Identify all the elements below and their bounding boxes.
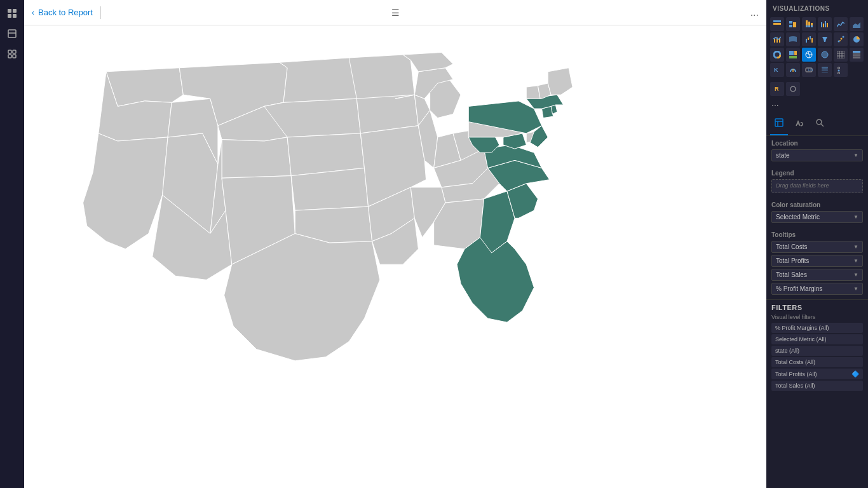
svg-rect-10 (773, 23, 781, 25)
svg-rect-9 (13, 55, 16, 58)
tooltip-profits-value: Total Profits (776, 257, 809, 264)
svg-rect-52 (853, 51, 860, 53)
map-icon[interactable] (802, 48, 816, 62)
svg-rect-33 (811, 38, 813, 43)
svg-rect-53 (853, 53, 860, 55)
svg-rect-19 (808, 25, 810, 27)
svg-rect-17 (806, 25, 808, 27)
map-container[interactable] (24, 25, 766, 488)
legend-drag-area[interactable]: Drag data fields here (771, 179, 863, 193)
color-sat-value: Selected Metric (776, 214, 820, 220)
location-label: Location (771, 140, 863, 147)
tooltip-costs-value: Total Costs (776, 243, 807, 250)
svg-rect-4 (8, 30, 16, 37)
visualizations-title: VISUALIZATIONS (766, 0, 868, 15)
color-saturation-dropdown[interactable]: Selected Metric ▼ (771, 211, 863, 223)
ribbon-icon[interactable] (786, 32, 800, 46)
svg-rect-32 (810, 36, 811, 39)
tooltip-total-sales[interactable]: Total Sales ▼ (771, 269, 863, 281)
tooltip-margins-value: % Profit Margins (776, 285, 822, 292)
analytics-tab[interactable] (811, 114, 829, 135)
svg-rect-6 (8, 50, 11, 53)
filter-total-sales[interactable]: Total Sales (All) (771, 381, 863, 391)
more-visualizations[interactable]: ··· (766, 98, 868, 114)
svg-rect-2 (8, 14, 11, 18)
card-icon[interactable]: 123 (802, 63, 816, 77)
pages-nav-icon[interactable] (4, 25, 20, 42)
svg-rect-31 (808, 37, 809, 40)
slicer-icon[interactable] (834, 63, 848, 77)
python-icon[interactable] (786, 82, 800, 96)
stacked-bar-icon[interactable] (770, 17, 784, 31)
tooltip-sales-value: Total Sales (776, 271, 807, 278)
svg-rect-27 (774, 39, 775, 43)
area-chart-icon[interactable] (850, 17, 864, 31)
svg-rect-13 (793, 22, 796, 25)
tooltip-total-profits[interactable]: Total Profits ▼ (771, 255, 863, 267)
format-tab[interactable] (790, 114, 808, 135)
funnel-icon[interactable] (818, 32, 832, 46)
table-icon[interactable] (834, 48, 848, 62)
stacked-col-icon[interactable] (802, 17, 816, 31)
svg-rect-61 (822, 69, 828, 71)
svg-rect-12 (789, 21, 792, 24)
main-content: ‹ Back to Report ☰ ... (24, 0, 766, 488)
multi-row-card-icon[interactable] (818, 63, 832, 77)
svg-rect-20 (811, 23, 813, 25)
filter-state[interactable]: state (All) (771, 346, 863, 356)
components-nav-icon[interactable] (4, 46, 20, 62)
right-panel: VISUALIZATIONS (766, 0, 868, 488)
svg-rect-11 (773, 20, 781, 22)
fields-tab[interactable] (770, 114, 788, 135)
filter-profits-icon: 🔷 (851, 370, 859, 377)
color-sat-caret: ▼ (853, 214, 858, 220)
svg-point-67 (790, 86, 796, 92)
filled-map-icon[interactable] (818, 48, 832, 62)
svg-rect-1 (13, 9, 17, 13)
pie-icon[interactable] (850, 32, 864, 46)
filter-profit-margins[interactable]: % Profit Margins (All) (771, 323, 863, 333)
clustered-bar-icon[interactable] (786, 17, 800, 31)
tooltip-profit-margins[interactable]: % Profit Margins ▼ (771, 283, 863, 295)
svg-text:K: K (774, 67, 778, 73)
svg-rect-54 (853, 55, 860, 57)
svg-rect-23 (823, 24, 824, 27)
panel-tabs (766, 114, 868, 136)
back-report-label: Back to Report (38, 8, 93, 17)
svg-rect-24 (825, 21, 826, 27)
line-chart-icon[interactable] (834, 17, 848, 31)
grid-nav-icon[interactable] (4, 5, 20, 22)
waterfall-icon[interactable] (802, 32, 816, 46)
dropdown-caret: ▼ (853, 152, 858, 158)
ellipsis-menu-icon[interactable]: ... (750, 7, 759, 18)
legend-label: Legend (771, 170, 863, 177)
state-dropdown[interactable]: state ▼ (771, 149, 863, 161)
treemap-icon[interactable] (786, 48, 800, 62)
hamburger-icon[interactable]: ☰ (391, 8, 400, 18)
back-report-button[interactable]: ‹ Back to Report (32, 8, 93, 17)
filter-selected-metric[interactable]: Selected Metric (All) (771, 334, 863, 344)
svg-rect-55 (853, 57, 860, 58)
donut-icon[interactable] (770, 48, 784, 62)
tooltip-total-costs[interactable]: Total Costs ▼ (771, 241, 863, 253)
svg-rect-0 (8, 9, 11, 13)
svg-rect-47 (837, 51, 844, 58)
filter-total-costs[interactable]: Total Costs (All) (771, 357, 863, 367)
kpi-icon[interactable]: K (770, 63, 784, 77)
gauge-icon[interactable] (786, 63, 800, 77)
svg-rect-22 (821, 22, 822, 27)
viz-icons-grid: K 123 (766, 15, 868, 79)
matrix-icon[interactable] (850, 48, 864, 62)
svg-rect-7 (13, 50, 16, 53)
visual-level-label: Visual level filters (771, 314, 863, 320)
tooltips-label: Tooltips (771, 231, 863, 238)
color-saturation-section: Color saturation Selected Metric ▼ (766, 198, 868, 227)
filters-title: FILTERS (771, 304, 863, 311)
r-visual-icon[interactable]: R (770, 82, 784, 96)
line-col-icon[interactable] (770, 32, 784, 46)
filter-total-profits[interactable]: Total Profits (All) 🔷 (771, 369, 863, 379)
clustered-col-icon[interactable] (818, 17, 832, 31)
us-map (24, 25, 766, 488)
state-value: state (776, 152, 790, 159)
scatter-icon[interactable] (834, 32, 848, 46)
